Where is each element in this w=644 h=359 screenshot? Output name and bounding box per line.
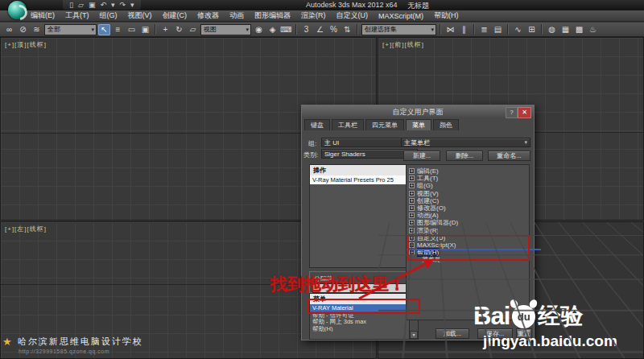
annotation-box-tree-target (407, 235, 530, 261)
expand-icon[interactable]: + (409, 213, 415, 218)
viewport-top-label[interactable]: [+][顶][线框] (5, 40, 47, 49)
redo-icon[interactable]: ↷ (119, 1, 126, 9)
baidu-paw-icon: du (512, 305, 535, 328)
menu-bar-dropdown[interactable]: 主菜单栏▾ (401, 138, 530, 147)
school-name: 哈尔滨新思维电脑设计学校 (18, 336, 143, 348)
viewport-left-label[interactable]: [+][左][线框] (5, 225, 47, 233)
menu-animation[interactable]: 动画 (229, 10, 244, 21)
dropdown-arrow-icon: ▾ (91, 27, 94, 33)
dialog-close-button[interactable]: ✕ (518, 107, 531, 118)
select-and-rotate-icon[interactable]: ↻ (173, 24, 185, 35)
3ds-max-app-button[interactable] (8, 1, 27, 19)
bind-to-space-warp-icon[interactable]: ≋ (31, 24, 43, 35)
window-title: Autodesk 3ds Max 2012 x64 (306, 1, 398, 9)
group-label: 组: (308, 139, 316, 148)
toolbar-separator (440, 24, 441, 35)
star-icon: ★ (2, 336, 14, 348)
save-file-icon[interactable]: ▣ (89, 1, 96, 9)
baidu-jingyan-watermark: Bai du 经验 jingyan.baidu.com (473, 301, 617, 350)
dropdown-arrow-icon: ▾ (524, 139, 527, 146)
menu-edit[interactable]: 编辑(E) (31, 10, 55, 21)
snaps-toggle-icon[interactable]: 3 (300, 24, 312, 35)
tab-toolbars[interactable]: 工具栏 (332, 119, 364, 130)
menu-views[interactable]: 视图(V) (128, 10, 152, 21)
tab-quads[interactable]: 四元菜单 (365, 119, 404, 130)
render-setup-icon[interactable]: ▦ (559, 24, 572, 35)
3dsmax-window: Autodesk 3ds Max 2012 x64 无标题 ▯ ▱ ▣ ↶ ▾ … (0, 0, 644, 359)
load-button[interactable]: 加载... (436, 328, 469, 339)
expand-icon[interactable]: + (409, 205, 415, 211)
new-file-icon[interactable]: ▯ (69, 1, 73, 9)
baidu-logo-text: Bai (473, 302, 510, 331)
menu-graph-editors[interactable]: 图形编辑器 (254, 10, 291, 21)
tab-menus[interactable]: 菜单 (406, 119, 431, 130)
dialog-title-bar[interactable]: 自定义用户界面 (302, 105, 534, 118)
material-editor-icon[interactable]: ◍ (546, 24, 558, 35)
select-and-manipulate-icon[interactable]: ◈ (266, 24, 279, 35)
spinner-snap-icon[interactable]: ⇅ (341, 24, 353, 35)
dialog-title: 自定义用户界面 (393, 108, 444, 116)
viewport-front-label[interactable]: [+][前][线框] (382, 40, 424, 49)
menus-item[interactable]: 帮助 - 网上 3ds max (310, 318, 409, 325)
select-object-icon[interactable]: ↖ (98, 24, 110, 35)
schematic-view-icon[interactable]: ⊞ (526, 24, 538, 35)
reference-coordinate-dropdown[interactable]: 视图▾ (200, 24, 251, 35)
select-and-scale-icon[interactable]: ▱ (187, 24, 199, 35)
scroll-down-icon[interactable]: ▾ (410, 331, 418, 339)
angle-snap-icon[interactable]: ∠ (314, 24, 326, 35)
new-button[interactable]: 新建... (403, 151, 440, 161)
open-file-icon[interactable]: ▱ (78, 1, 84, 9)
menus-item[interactable]: 帮助(H) (310, 325, 409, 332)
graphite-ribbon-icon[interactable]: ▤ (492, 24, 504, 35)
expand-icon[interactable]: + (409, 228, 415, 233)
percent-snap-icon[interactable]: % (328, 24, 340, 35)
tab-colors[interactable]: 颜色 (433, 119, 459, 130)
layer-manager-icon[interactable]: ≣ (478, 24, 490, 35)
menus-item-clipped[interactable] (310, 332, 409, 339)
dialog-help-button[interactable]: ? (506, 107, 518, 118)
select-and-move-icon[interactable]: + (159, 24, 171, 35)
select-by-name-icon[interactable]: ≡ (112, 24, 124, 35)
menu-customize[interactable]: 自定义(U) (336, 10, 369, 21)
selection-filter-dropdown[interactable]: 全部▾ (44, 24, 97, 35)
align-icon[interactable]: ∥ (458, 24, 470, 35)
school-url: http://329991585.qzone.qq.com (19, 349, 143, 354)
render-production-icon[interactable]: ♨ (587, 24, 599, 35)
annotation-box-vray-material (307, 299, 420, 314)
expand-icon[interactable]: + (409, 198, 415, 204)
quick-access-toolbar: ▯ ▱ ▣ ↶ ▾ ↷ ▾ (63, 0, 141, 10)
action-item[interactable]: V-Ray Material Presets Pro 25 (310, 175, 418, 184)
mirror-icon[interactable]: ⋈ (444, 24, 456, 35)
expand-icon[interactable]: + (409, 220, 415, 225)
unlink-selection-icon[interactable]: ⊘ (17, 24, 29, 35)
menu-tools[interactable]: 工具(T) (65, 10, 89, 21)
undo-icon[interactable]: ↶ (100, 1, 106, 9)
keyboard-shortcut-override-icon[interactable]: ⌨ (280, 24, 292, 35)
menu-help[interactable]: 帮助(H) (434, 10, 459, 21)
tab-keyboard[interactable]: 键盘 (304, 119, 330, 130)
rendered-frame-icon[interactable]: ▩ (573, 24, 585, 35)
action-list-header: 操作 (310, 165, 418, 175)
expand-icon[interactable]: + (409, 191, 415, 196)
expand-icon[interactable]: + (409, 168, 415, 174)
window-crossing-icon[interactable]: ▣ (139, 24, 151, 35)
expand-icon[interactable]: + (409, 175, 415, 181)
menu-maxscript[interactable]: MAXScript(M) (378, 12, 423, 20)
dialog-tabs: 键盘 工具栏 四元菜单 菜单 颜色 (304, 119, 459, 130)
curve-editor-icon[interactable]: ∿ (512, 24, 524, 35)
select-and-link-icon[interactable]: ∞ (3, 24, 15, 35)
rename-button[interactable]: 重命名... (488, 151, 530, 161)
annotation-tip-text: 找到拖动到这里！ (270, 273, 406, 295)
menu-rendering[interactable]: 渲染(R) (301, 10, 326, 21)
toolbar-separator (155, 24, 156, 35)
expand-icon[interactable]: + (409, 183, 415, 188)
menu-create[interactable]: 创建(C) (163, 10, 188, 21)
delete-button[interactable]: 删除... (446, 151, 483, 161)
use-pivot-point-center-icon[interactable]: ◉ (253, 24, 265, 35)
undo-dropdown-icon[interactable]: ▾ (111, 1, 115, 9)
menu-modifiers[interactable]: 修改器 (197, 10, 219, 21)
menu-group[interactable]: 组(G) (100, 10, 118, 21)
redo-dropdown-icon[interactable]: ▾ (130, 1, 134, 9)
named-selection-set-dropdown[interactable]: 创建选择集▾ (361, 24, 436, 35)
rectangular-selection-region-icon[interactable]: ▭ (126, 24, 138, 35)
